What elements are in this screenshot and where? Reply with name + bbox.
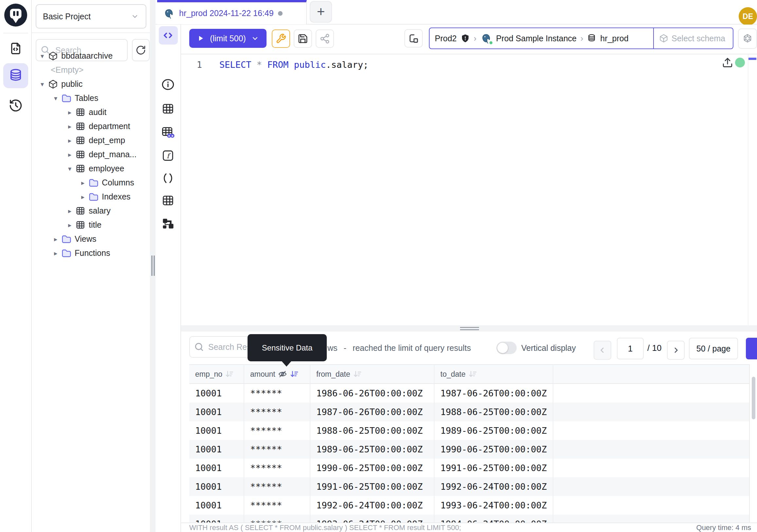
- prev-page-button[interactable]: [593, 341, 611, 360]
- ai-assistant-button[interactable]: [738, 28, 757, 49]
- caret-right-icon[interactable]: ▸: [50, 235, 62, 243]
- table-cell[interactable]: 1991-06-25T00:00:00Z: [435, 459, 553, 477]
- column-header[interactable]: emp_no: [189, 365, 244, 383]
- caret-right-icon[interactable]: ▸: [64, 122, 76, 130]
- sql-editor[interactable]: 1 SELECT * FROM public.salary;: [181, 54, 757, 325]
- table-cell[interactable]: 10001: [189, 440, 244, 459]
- tree-node[interactable]: ▸Views: [32, 232, 150, 246]
- table-cell[interactable]: ******: [244, 403, 310, 421]
- tree-node[interactable]: ▸title: [32, 218, 150, 232]
- database-icon[interactable]: [8, 68, 23, 83]
- vertical-display-toggle[interactable]: [497, 342, 517, 354]
- table-scrollbar-thumb[interactable]: [752, 377, 755, 419]
- schema-diagram-icon[interactable]: [162, 217, 174, 230]
- table-cell[interactable]: 10001: [189, 477, 244, 496]
- column-header[interactable]: to_date: [435, 365, 553, 383]
- tab-active[interactable]: hr_prod 2024-11-22 16:49: [157, 0, 307, 24]
- tree-node[interactable]: ▸salary: [32, 204, 150, 218]
- tree-node[interactable]: ▾employee: [32, 162, 150, 175]
- table-cell[interactable]: [553, 384, 749, 403]
- sort-icon[interactable]: [290, 370, 299, 379]
- tree-node[interactable]: <Empty>: [32, 63, 150, 77]
- caret-right-icon[interactable]: ▸: [50, 249, 62, 257]
- results-resize-handle[interactable]: [181, 325, 757, 331]
- table-cell[interactable]: [553, 459, 749, 477]
- tree-node[interactable]: ▸dept_mana...: [32, 147, 150, 162]
- table-cell[interactable]: 1992-06-24T00:00:00Z: [435, 477, 553, 496]
- column-header[interactable]: amount: [244, 365, 310, 383]
- table-cell[interactable]: 1987-06-26T00:00:00Z: [435, 384, 553, 403]
- admin-wrench-button[interactable]: [272, 29, 290, 48]
- table-cell[interactable]: ******: [244, 440, 310, 459]
- table-row[interactable]: 10001******1989-06-25T00:00:00Z1990-06-2…: [189, 440, 749, 459]
- batch-query-button[interactable]: [404, 29, 423, 47]
- table-row[interactable]: 10001******1991-06-25T00:00:00Z1992-06-2…: [189, 477, 749, 496]
- table-cell[interactable]: ******: [244, 477, 310, 496]
- table-cell[interactable]: 1994-06-24T00:00:00Z: [435, 515, 553, 523]
- column-header[interactable]: [553, 365, 749, 383]
- procedures-icon[interactable]: [162, 172, 174, 184]
- column-header[interactable]: from_date: [310, 365, 435, 383]
- table-row[interactable]: 10001******1990-06-25T00:00:00Z1991-06-2…: [189, 459, 749, 477]
- table-cell[interactable]: 1993-06-24T00:00:00Z: [310, 515, 435, 523]
- schema-select[interactable]: Select schema: [653, 28, 733, 48]
- caret-right-icon[interactable]: ▸: [77, 193, 89, 201]
- table-cell[interactable]: [553, 440, 749, 459]
- table-row[interactable]: 10001******1988-06-25T00:00:00Z1989-06-2…: [189, 421, 749, 440]
- run-query-button[interactable]: (limit 500): [189, 29, 266, 48]
- caret-down-icon[interactable]: ▾: [50, 94, 62, 102]
- table-cell[interactable]: 1993-06-24T00:00:00Z: [435, 496, 553, 515]
- share-button[interactable]: [316, 29, 334, 48]
- sort-icon[interactable]: [353, 370, 362, 379]
- caret-down-icon[interactable]: ▾: [36, 52, 48, 60]
- caret-right-icon[interactable]: ▸: [64, 151, 76, 159]
- table-cell[interactable]: ******: [244, 496, 310, 515]
- caret-right-icon[interactable]: ▸: [64, 137, 76, 144]
- table-cell[interactable]: 10001: [189, 459, 244, 477]
- history-icon[interactable]: [9, 98, 23, 113]
- save-button[interactable]: [294, 29, 312, 48]
- page-number-input[interactable]: 1: [617, 338, 644, 360]
- table-cell[interactable]: 1987-06-26T00:00:00Z: [310, 403, 435, 421]
- table-cell[interactable]: ******: [244, 515, 310, 523]
- table-cell[interactable]: 10001: [189, 384, 244, 403]
- tree-node[interactable]: ▸dept_emp: [32, 133, 150, 147]
- export-button[interactable]: [746, 338, 757, 360]
- tree-node[interactable]: ▸audit: [32, 105, 150, 119]
- table-cell[interactable]: 10001: [189, 421, 244, 440]
- tree-node[interactable]: ▸department: [32, 119, 150, 133]
- tree-node[interactable]: ▾public: [32, 77, 150, 91]
- info-icon[interactable]: [162, 78, 174, 91]
- table-cell[interactable]: [553, 496, 749, 515]
- table-cell[interactable]: ******: [244, 384, 310, 403]
- upload-icon[interactable]: [722, 57, 733, 68]
- table-cell[interactable]: 1989-06-25T00:00:00Z: [435, 421, 553, 440]
- functions-icon[interactable]: f: [162, 149, 174, 162]
- worksheets-file-code-icon[interactable]: [9, 42, 23, 55]
- tree-node[interactable]: ▸Functions: [32, 246, 150, 260]
- next-page-button[interactable]: [667, 341, 685, 360]
- table-cell[interactable]: 10001: [189, 496, 244, 515]
- caret-right-icon[interactable]: ▸: [64, 109, 76, 116]
- sequences-icon[interactable]: [162, 194, 174, 207]
- table-row[interactable]: 10001******1992-06-24T00:00:00Z1993-06-2…: [189, 496, 749, 515]
- table-cell[interactable]: 1992-06-24T00:00:00Z: [310, 496, 435, 515]
- table-cell[interactable]: [553, 477, 749, 496]
- sql-statement[interactable]: SELECT * FROM public.salary;: [219, 60, 368, 70]
- sort-icon[interactable]: [225, 370, 234, 379]
- external-tables-icon[interactable]: [162, 126, 174, 139]
- table-row[interactable]: 10001******1987-06-26T00:00:00Z1988-06-2…: [189, 403, 749, 421]
- tree-node[interactable]: ▾Tables: [32, 91, 150, 105]
- table-cell[interactable]: 10001: [189, 515, 244, 523]
- tree-node[interactable]: ▸Indexes: [32, 190, 150, 204]
- table-cell[interactable]: 10001: [189, 403, 244, 421]
- eye-off-icon[interactable]: [278, 369, 287, 379]
- sort-icon[interactable]: [468, 370, 477, 379]
- table-row[interactable]: 10001******1986-06-26T00:00:00Z1987-06-2…: [189, 384, 749, 403]
- table-cell[interactable]: [553, 421, 749, 440]
- table-cell[interactable]: 1989-06-25T00:00:00Z: [310, 440, 435, 459]
- table-cell[interactable]: 1990-06-25T00:00:00Z: [435, 440, 553, 459]
- table-cell[interactable]: ******: [244, 421, 310, 440]
- table-cell[interactable]: 1988-06-25T00:00:00Z: [435, 403, 553, 421]
- page-size-select[interactable]: 50 / page: [689, 338, 738, 360]
